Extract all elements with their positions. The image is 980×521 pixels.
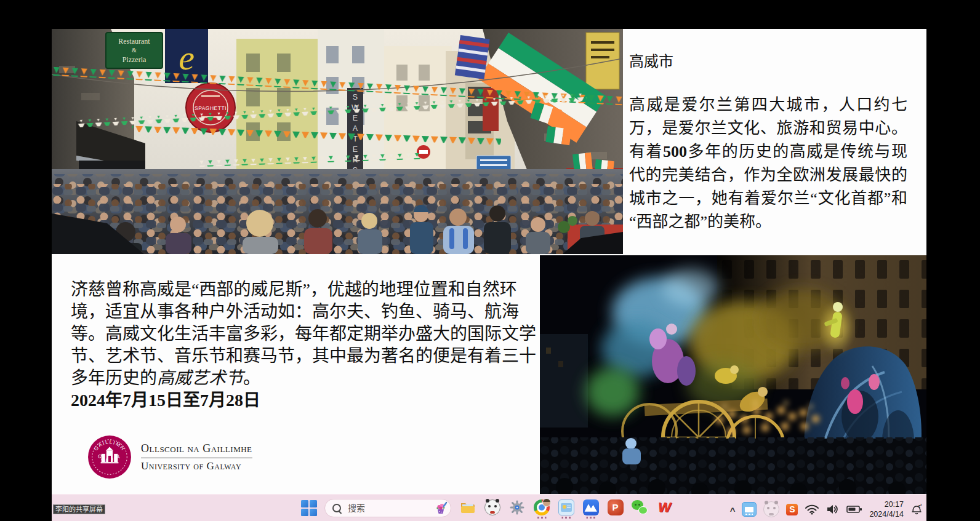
start-button[interactable] [301, 500, 317, 516]
striped-flag [455, 35, 490, 79]
panda-app-icon[interactable] [484, 499, 500, 515]
search-icon [332, 504, 341, 512]
focus-assist-bell-icon[interactable]: z z [910, 503, 923, 515]
hidden-icons-chevron[interactable]: ^ [730, 506, 736, 516]
search-input[interactable] [347, 503, 429, 514]
restaurant-sign: Restaurant & Pizzeria [106, 33, 163, 68]
chrome-profile-avatar [542, 498, 551, 507]
whiteboard-app-icon[interactable] [558, 499, 574, 515]
chrome-browser-icon[interactable] [533, 499, 550, 515]
powerpoint-icon[interactable]: P [607, 499, 624, 515]
svg-text:&: & [132, 47, 137, 54]
university-of-galway-logo: GAILLIMH GALWAY Ollscoil na Gaillimhe Un… [87, 435, 252, 479]
background-app-icon[interactable] [763, 501, 779, 517]
clock-date: 2024/4/14 [869, 509, 904, 519]
university-wordmark: Ollscoil na Gaillimhe University of Galw… [141, 442, 252, 472]
screen: Restaurant & Pizzeria e SPAGHETTI [0, 0, 980, 521]
system-tray: ^ S [730, 498, 923, 521]
svg-text:Restaurant: Restaurant [118, 37, 150, 46]
settings-gear-icon[interactable] [508, 499, 525, 515]
slide-right-paragraph: 高威是爱尔兰第四大城市，人口约七万，是爱尔兰文化、旅游和贸易中心。有着500多年… [629, 93, 907, 234]
university-seal-icon: GAILLIMH GALWAY [87, 435, 132, 479]
pinned-apps: P W [459, 499, 673, 515]
svg-text:Pizzeria: Pizzeria [122, 55, 147, 64]
right-paragraph-bold-number: 500 [663, 143, 687, 161]
slide-title: 高威市 [629, 53, 907, 70]
taskbar: P W ^ S [52, 494, 926, 521]
wps-office-icon[interactable]: W [656, 499, 673, 515]
svg-text:SPAGHETTI: SPAGHETTI [195, 105, 227, 111]
taskbar-search[interactable] [324, 499, 451, 517]
macnas-parade-photo [540, 255, 926, 494]
slide-bottom-textblock: 济慈曾称高威是“西部的威尼斯”，优越的地理位置和自然环境，适宜从事各种户外活动如… [71, 279, 537, 412]
battery-icon[interactable] [846, 505, 862, 514]
festival-dates: 2024年7月15日至7月28日 [71, 389, 537, 412]
galway-street-photo: Restaurant & Pizzeria e SPAGHETTI [52, 29, 623, 254]
svg-text:e: e [179, 38, 195, 78]
search-daily-flower-icon [434, 501, 448, 515]
sogou-input-icon[interactable]: S [786, 504, 798, 515]
night-crowd [540, 437, 926, 494]
street-crowd [52, 169, 623, 254]
svg-text:z: z [920, 503, 922, 506]
mountain-app-icon[interactable] [582, 499, 599, 515]
screen-cast-icon[interactable] [742, 502, 757, 517]
wechat-icon[interactable] [632, 499, 648, 515]
volume-icon[interactable] [826, 504, 840, 515]
bottom-paragraph: 济慈曾称高威是“西部的威尼斯”，优越的地理位置和自然环境，适宜从事各种户外活动如… [71, 279, 537, 389]
festival-name-italic: 高威艺术节 [157, 368, 243, 388]
presentation-slide: Restaurant & Pizzeria e SPAGHETTI [52, 29, 926, 494]
slide-right-textblock: 高威市 高威是爱尔兰第四大城市，人口约七万，是爱尔兰文化、旅游和贸易中心。有着5… [629, 53, 907, 234]
bottom-paragraph-text: 济慈曾称高威是“西部的威尼斯”，优越的地理位置和自然环境，适宜从事各种户外活动如… [71, 280, 536, 388]
bottom-paragraph-period: 。 [243, 368, 260, 388]
file-explorer-icon[interactable] [459, 499, 476, 515]
taskbar-clock[interactable]: 20:17 2024/4/14 [869, 499, 904, 520]
university-name-irish: Ollscoil na Gaillimhe [141, 442, 252, 458]
wifi-icon[interactable] [805, 504, 819, 515]
screen-share-label: 李阳的共享屏幕 [53, 504, 105, 514]
start-icon [301, 500, 308, 507]
clock-time: 20:17 [869, 499, 904, 509]
university-name-english: University of Galway [141, 458, 252, 472]
